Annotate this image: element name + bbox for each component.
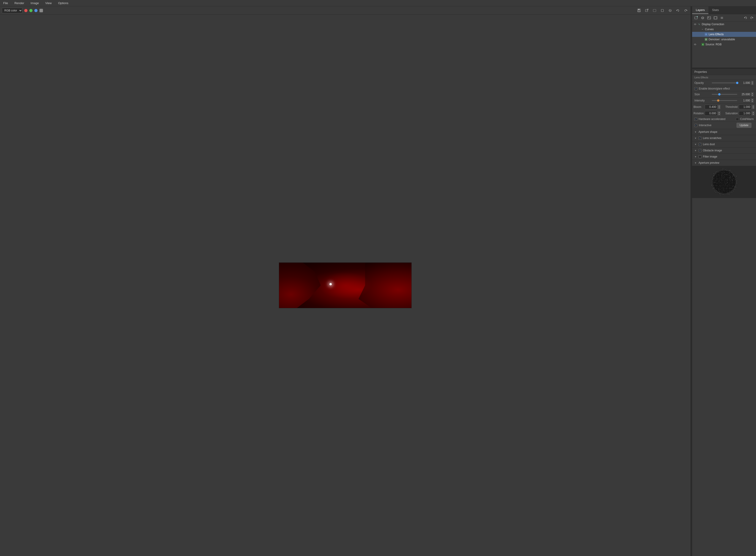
layer-redo-btn[interactable] — [749, 15, 755, 21]
lens-scratches-section: ▼ ✓ Lens scratches — [692, 135, 756, 141]
redo-icon-btn[interactable] — [683, 7, 689, 13]
threshold-input[interactable] — [739, 105, 751, 109]
aperture-circle — [711, 168, 738, 196]
saturation-down-arrow[interactable]: ▼ — [752, 113, 755, 115]
layer-name-lens-effects: Lens Effects — [709, 33, 724, 36]
interactive-label: Interactive — [699, 124, 711, 127]
menu-view[interactable]: View — [44, 1, 53, 5]
layer-row-lens-effects[interactable]: + Lens Effects — [692, 32, 756, 37]
saturation-input[interactable] — [739, 111, 751, 116]
green-channel-dot[interactable] — [29, 9, 33, 12]
opacity-thumb[interactable] — [736, 82, 739, 84]
bloom-spinners[interactable]: ▲ ▼ — [718, 105, 721, 109]
rotation-down-arrow[interactable]: ▼ — [718, 113, 721, 115]
tab-stats[interactable]: Stats — [708, 6, 723, 14]
intensity-thumb[interactable] — [717, 99, 719, 102]
layer-undo-btn[interactable] — [743, 15, 748, 21]
lens-dust-checkbox[interactable]: ✓ — [698, 143, 701, 146]
lens-scratches-header[interactable]: ▼ ✓ Lens scratches — [692, 135, 756, 141]
intensity-up-arrow[interactable]: ▲ — [751, 99, 754, 101]
add-render-layer-btn[interactable] — [693, 15, 699, 21]
obstacle-image-header[interactable]: ▼ ✓ Obstacle image — [692, 147, 756, 153]
intensity-value: 1.000 — [739, 99, 750, 102]
rotation-input[interactable] — [705, 111, 717, 116]
threshold-label: Threshold — [725, 105, 738, 109]
obstacle-image-chevron-icon: ▼ — [694, 149, 697, 152]
add-image-layer-btn[interactable] — [706, 15, 712, 21]
crop-icon-btn[interactable] — [659, 7, 665, 13]
aperture-preview-section: ▼ Aperture preview — [692, 160, 756, 198]
list-view-btn[interactable] — [719, 15, 725, 21]
filter-image-title: Filter image — [703, 155, 717, 158]
size-up-arrow[interactable]: ▲ — [751, 92, 754, 94]
add-view-layer-btn[interactable] — [700, 15, 706, 21]
obstacle-image-checkbox[interactable]: ✓ — [698, 149, 701, 152]
aperture-shape-header[interactable]: ▼ Aperture shape — [692, 129, 756, 135]
menu-options[interactable]: Options — [57, 1, 70, 5]
saturation-spinners[interactable]: ▲ ▼ — [752, 111, 755, 115]
menu-image[interactable]: Image — [29, 1, 40, 5]
svg-rect-2 — [638, 11, 640, 12]
intensity-down-arrow[interactable]: ▼ — [751, 101, 754, 103]
interactive-checkbox[interactable]: ✓ — [694, 124, 697, 127]
layer-row-display-correction[interactable]: ✎ Display Correction — [692, 22, 756, 27]
layer-eye-source-rgb[interactable] — [693, 43, 697, 46]
alpha-channel-dot[interactable] — [39, 9, 43, 12]
layer-eye-display-correction[interactable] — [693, 23, 697, 26]
filter-image-header[interactable]: ▼ ✓ Filter image — [692, 154, 756, 160]
transform-icon-btn[interactable] — [667, 7, 673, 13]
update-button[interactable]: Update — [736, 123, 751, 128]
red-channel-dot[interactable] — [24, 9, 28, 12]
save-icon-btn[interactable] — [636, 7, 642, 13]
opacity-slider[interactable] — [712, 82, 737, 83]
properties-subsection-title: Lens Effects — [692, 75, 756, 80]
undo-icon-btn[interactable] — [675, 7, 681, 13]
lens-dust-title: Lens dust — [703, 143, 715, 146]
layer-row-source-rgb[interactable]: S Source: RGB — [692, 42, 756, 47]
filter-image-checkbox[interactable]: ✓ — [698, 155, 701, 158]
size-down-arrow[interactable]: ▼ — [751, 94, 754, 96]
selection-icon-btn[interactable] — [652, 7, 657, 13]
lens-scratches-checkbox[interactable]: ✓ — [698, 137, 701, 140]
enable-bloom-checkbox[interactable]: ✓ — [694, 87, 697, 90]
aperture-preview-title: Aperture preview — [698, 161, 719, 165]
layer-row-denoiser[interactable]: D Denoiser: unavailable — [692, 37, 756, 42]
bloom-down-arrow[interactable]: ▼ — [718, 107, 721, 109]
menu-render[interactable]: Render — [13, 1, 26, 5]
saturation-label: Saturation — [725, 112, 738, 115]
bloom-up-arrow[interactable]: ▲ — [718, 105, 721, 107]
cold-warm-checkbox[interactable]: ✓ — [736, 118, 739, 121]
opacity-spinners[interactable]: ▲ ▼ — [751, 81, 754, 85]
intensity-spinners[interactable]: ▲ ▼ — [751, 99, 754, 103]
tab-layers[interactable]: Layers — [692, 6, 708, 14]
threshold-down-arrow[interactable]: ▼ — [752, 107, 755, 109]
menubar: File Render Image View Options — [0, 0, 756, 6]
threshold-spinners[interactable]: ▲ ▼ — [752, 105, 755, 109]
layer-row-curves[interactable]: ~ Curves — [692, 27, 756, 32]
add-mask-layer-btn[interactable] — [713, 15, 718, 21]
size-slider[interactable] — [712, 94, 737, 95]
size-thumb[interactable] — [718, 93, 721, 96]
svg-point-11 — [708, 17, 709, 18]
lens-dust-header[interactable]: ▼ ✓ Lens dust — [692, 141, 756, 147]
threshold-up-arrow[interactable]: ▲ — [752, 105, 755, 107]
layer-name-display-correction: Display Correction — [702, 23, 724, 26]
intensity-slider[interactable] — [712, 100, 737, 101]
size-row: Size 25.000 ▲ ▼ — [692, 91, 756, 98]
menu-file[interactable]: File — [2, 1, 9, 5]
export-icon-btn[interactable] — [644, 7, 650, 13]
aperture-preview-header[interactable]: ▼ Aperture preview — [692, 160, 756, 166]
rotation-up-arrow[interactable]: ▲ — [718, 111, 721, 113]
cold-warm-group: ✓ Cold/Warm — [736, 117, 754, 121]
bloom-input[interactable] — [705, 105, 717, 109]
blue-channel-dot[interactable] — [34, 9, 38, 12]
hw-accel-label: Hardware accelerated — [698, 117, 725, 121]
rotation-spinners[interactable]: ▲ ▼ — [718, 111, 721, 115]
lens-effects-icon: + — [705, 33, 708, 36]
opacity-down-arrow[interactable]: ▼ — [751, 83, 754, 85]
color-mode-select[interactable]: RGB color — [2, 8, 23, 13]
saturation-up-arrow[interactable]: ▲ — [752, 111, 755, 113]
opacity-up-arrow[interactable]: ▲ — [751, 81, 754, 83]
size-spinners[interactable]: ▲ ▼ — [751, 92, 754, 96]
hw-accel-checkbox[interactable]: ✓ — [694, 118, 697, 121]
